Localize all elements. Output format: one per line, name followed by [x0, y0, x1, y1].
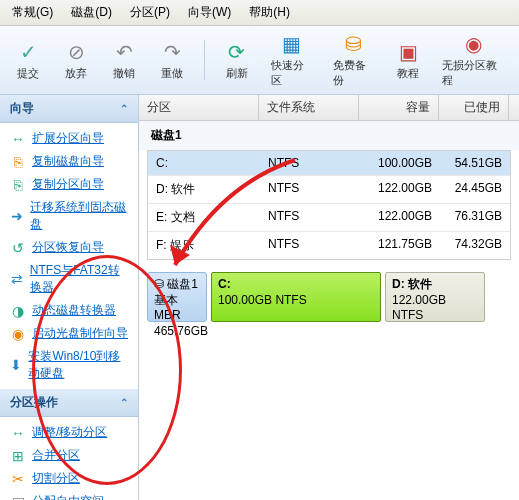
col-partition[interactable]: 分区: [139, 95, 259, 120]
cell-fs: NTFS: [260, 207, 360, 228]
partition-d-title: D: 软件: [392, 277, 478, 293]
table-row[interactable]: C: NTFS 100.00GB 54.51GB: [148, 151, 510, 176]
ops-panel-title: 分区操作: [10, 394, 58, 411]
wizard-item[interactable]: ◉启动光盘制作向导: [0, 322, 138, 345]
wizard-icon: ⬇: [10, 357, 22, 373]
cell-cap: 100.00GB: [360, 154, 440, 172]
op-label: 调整/移动分区: [32, 424, 107, 441]
wizard-label: 启动光盘制作向导: [32, 325, 128, 342]
separator: [204, 40, 205, 80]
wizard-panel-header[interactable]: 向导 ⌃: [0, 95, 138, 123]
refresh-icon: ⟳: [225, 40, 249, 64]
backup-icon: ⛁: [342, 32, 366, 56]
menu-disk[interactable]: 磁盘(D): [63, 2, 120, 23]
cell-cap: 122.00GB: [360, 179, 440, 200]
op-label: 合并分区: [32, 447, 80, 464]
col-used[interactable]: 已使用: [439, 95, 509, 120]
disk-info-title: ⛁ 磁盘1: [154, 277, 200, 293]
table-row[interactable]: D: 软件 NTFS 122.00GB 24.45GB: [148, 176, 510, 204]
op-item[interactable]: ▤分配自由空间: [0, 490, 138, 500]
menu-wizard[interactable]: 向导(W): [180, 2, 239, 23]
menu-bar: 常规(G) 磁盘(D) 分区(P) 向导(W) 帮助(H): [0, 0, 519, 26]
wizard-item[interactable]: ↔扩展分区向导: [0, 127, 138, 150]
disk-info-block[interactable]: ⛁ 磁盘1 基本 MBR 465.76GB: [147, 272, 207, 322]
table-header: 分区 文件系统 容量 已使用: [139, 95, 519, 121]
wizard-icon: ◑: [10, 303, 26, 319]
wizard-item[interactable]: ⬇安装Win8/10到移动硬盘: [0, 345, 138, 385]
sidebar: 向导 ⌃ ↔扩展分区向导⎘复制磁盘向导⎘复制分区向导➜迁移系统到固态磁盘↺分区恢…: [0, 95, 139, 500]
tutorial-icon: ▣: [396, 40, 420, 64]
wizard-item[interactable]: ⎘复制磁盘向导: [0, 150, 138, 173]
cell-name: C:: [148, 154, 260, 172]
tutorial-button[interactable]: ▣教程: [388, 38, 428, 83]
lossless-button[interactable]: ◉无损分区教程: [436, 30, 511, 90]
partition-d-sub: 122.00GB NTFS: [392, 293, 478, 324]
table-row[interactable]: F: 娱乐 NTFS 121.75GB 74.32GB: [148, 232, 510, 259]
cell-cap: 121.75GB: [360, 235, 440, 256]
menu-help[interactable]: 帮助(H): [241, 2, 298, 23]
op-icon: ✂: [10, 471, 26, 487]
partition-block-c[interactable]: C: 100.00GB NTFS: [211, 272, 381, 322]
cell-used: 24.45GB: [440, 179, 510, 200]
menu-partition[interactable]: 分区(P): [122, 2, 178, 23]
cell-fs: NTFS: [260, 154, 360, 172]
refresh-button[interactable]: ⟳刷新: [217, 38, 257, 83]
op-icon: ⊞: [10, 448, 26, 464]
wizard-icon: ◉: [10, 326, 26, 342]
undo-button[interactable]: ↶撤销: [104, 38, 144, 83]
op-item[interactable]: ⊞合并分区: [0, 444, 138, 467]
wizard-icon: ⎘: [10, 154, 26, 170]
wizard-item[interactable]: ➜迁移系统到固态磁盘: [0, 196, 138, 236]
table-row[interactable]: E: 文档 NTFS 122.00GB 76.31GB: [148, 204, 510, 232]
backup-button[interactable]: ⛁免费备份: [327, 30, 381, 90]
disk-info-sub: 基本 MBR: [154, 293, 200, 324]
wizard-list: ↔扩展分区向导⎘复制磁盘向导⎘复制分区向导➜迁移系统到固态磁盘↺分区恢复向导⇄N…: [0, 123, 138, 389]
col-filesystem[interactable]: 文件系统: [259, 95, 359, 120]
partition-rows: C: NTFS 100.00GB 54.51GB D: 软件 NTFS 122.…: [147, 150, 511, 260]
op-label: 分配自由空间: [32, 493, 104, 500]
wizard-icon: ➜: [10, 208, 24, 224]
main-area: 向导 ⌃ ↔扩展分区向导⎘复制磁盘向导⎘复制分区向导➜迁移系统到固态磁盘↺分区恢…: [0, 95, 519, 500]
cell-used: 54.51GB: [440, 154, 510, 172]
col-capacity[interactable]: 容量: [359, 95, 439, 120]
wizard-icon: ⇄: [10, 271, 24, 287]
wizard-item[interactable]: ↺分区恢复向导: [0, 236, 138, 259]
cell-name: D: 软件: [148, 179, 260, 200]
discard-icon: ⊘: [64, 40, 88, 64]
wizard-item[interactable]: ⇄NTFS与FAT32转换器: [0, 259, 138, 299]
wizard-item[interactable]: ◑动态磁盘转换器: [0, 299, 138, 322]
op-icon: ↔: [10, 425, 26, 441]
wizard-label: 迁移系统到固态磁盘: [30, 199, 128, 233]
cell-cap: 122.00GB: [360, 207, 440, 228]
disk-bar: ⛁ 磁盘1 基本 MBR 465.76GB C: 100.00GB NTFS D…: [147, 272, 511, 322]
lossless-icon: ◉: [462, 32, 486, 56]
partition-c-sub: 100.00GB NTFS: [218, 293, 374, 309]
wizard-icon: ⎘: [10, 177, 26, 193]
toolbar: ✓提交 ⊘放弃 ↶撤销 ↷重做 ⟳刷新 ▦快速分区 ⛁免费备份 ▣教程 ◉无损分…: [0, 26, 519, 95]
wizard-item[interactable]: ⎘复制分区向导: [0, 173, 138, 196]
collapse-icon[interactable]: ⌃: [120, 103, 128, 114]
op-label: 切割分区: [32, 470, 80, 487]
cell-used: 74.32GB: [440, 235, 510, 256]
op-item[interactable]: ↔调整/移动分区: [0, 421, 138, 444]
disk-label[interactable]: 磁盘1: [139, 121, 519, 150]
wizard-label: 动态磁盘转换器: [32, 302, 116, 319]
wizard-icon: ↺: [10, 240, 26, 256]
partition-c-title: C:: [218, 277, 374, 293]
menu-general[interactable]: 常规(G): [4, 2, 61, 23]
op-item[interactable]: ✂切割分区: [0, 467, 138, 490]
ops-panel-header[interactable]: 分区操作 ⌃: [0, 389, 138, 417]
commit-button[interactable]: ✓提交: [8, 38, 48, 83]
redo-button[interactable]: ↷重做: [152, 38, 192, 83]
wizard-icon: ↔: [10, 131, 26, 147]
wizard-label: 复制磁盘向导: [32, 153, 104, 170]
wizard-panel-title: 向导: [10, 100, 34, 117]
cell-fs: NTFS: [260, 179, 360, 200]
wizard-label: 安装Win8/10到移动硬盘: [28, 348, 128, 382]
quick-partition-button[interactable]: ▦快速分区: [265, 30, 319, 90]
op-icon: ▤: [10, 494, 26, 501]
collapse-icon[interactable]: ⌃: [120, 397, 128, 408]
discard-button[interactable]: ⊘放弃: [56, 38, 96, 83]
partition-block-d[interactable]: D: 软件 122.00GB NTFS: [385, 272, 485, 322]
cell-fs: NTFS: [260, 235, 360, 256]
